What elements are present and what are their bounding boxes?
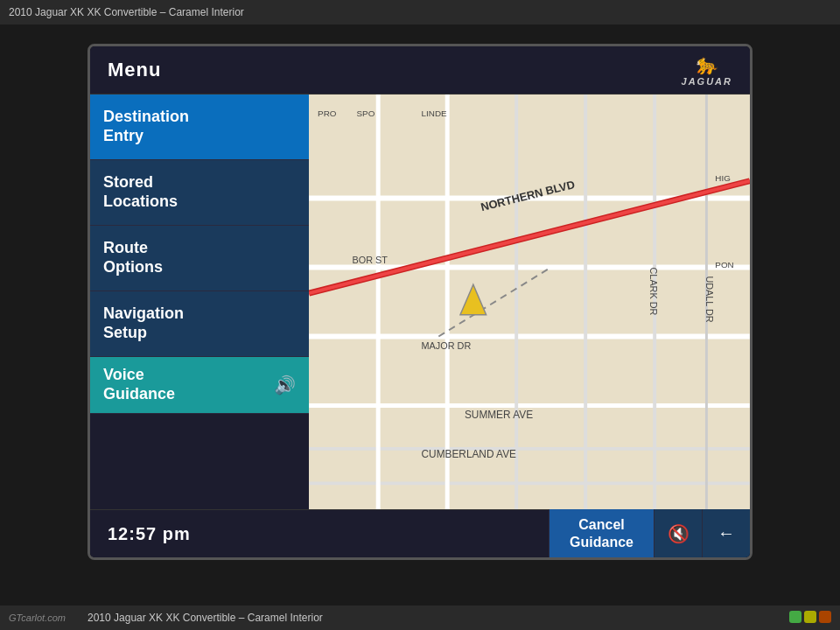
svg-text:UDALL DR: UDALL DR [704,276,715,322]
svg-text:SUMMER AVE: SUMMER AVE [465,409,533,421]
screen-footer: 12:57 pm Cancel Guidance 🔇 ← [90,509,750,557]
svg-text:LINDE: LINDE [422,108,447,118]
back-button[interactable]: ← [702,509,750,557]
jaguar-brand: JAGUAR [682,76,732,87]
dot-yellow [804,611,816,623]
page-bottom-bar: GTcarlot.com 2010 Jaguar XK XK Convertib… [0,606,840,630]
time-display: 12:57 pm [108,524,191,544]
corner-dots [789,611,831,623]
svg-text:CLARK DR: CLARK DR [648,268,659,316]
route-options-label: RouteOptions [103,239,296,276]
svg-text:MAJOR DR: MAJOR DR [422,340,472,351]
bottom-title: 2010 Jaguar XK XK Convertible – Caramel … [88,612,323,624]
map-area: NORTHERN BLVD CLARK DR UDALL DR ALLEN DR… [309,94,750,509]
svg-text:PON: PON [715,260,733,270]
nav-screen: Menu 🐆 JAGUAR DestinationEntry StoredLoc… [88,44,752,560]
menu-item-route-options[interactable]: RouteOptions [90,226,309,291]
navigation-setup-label: NavigationSetup [103,304,296,342]
mute-button[interactable]: 🔇 [654,509,702,557]
svg-text:HIG: HIG [715,173,731,183]
page-title-bar: 2010 Jaguar XK XK Convertible – Caramel … [0,0,840,24]
voice-guidance-label: VoiceGuidance [103,366,274,403]
menu-title: Menu [108,59,161,81]
svg-text:SPO: SPO [357,108,375,118]
destination-entry-label: DestinationEntry [103,108,296,145]
jaguar-logo: 🐆 JAGUAR [682,53,732,87]
svg-text:CUMBERLAND AVE: CUMBERLAND AVE [422,448,516,460]
cancel-guidance-button[interactable]: Cancel Guidance [549,509,654,557]
back-arrow-icon: ← [718,523,735,543]
dot-orange [819,611,831,623]
menu-item-stored-locations[interactable]: StoredLocations [90,160,309,226]
screen-header: Menu 🐆 JAGUAR [90,46,750,94]
svg-text:BOR ST: BOR ST [353,255,388,265]
mute-icon: 🔇 [668,523,690,544]
jaguar-icon: 🐆 [682,53,732,76]
gtcar-logo: GTcarlot.com [9,612,66,623]
menu-item-voice-guidance[interactable]: VoiceGuidance 🔊 [90,357,309,414]
map-svg: NORTHERN BLVD CLARK DR UDALL DR ALLEN DR… [309,94,750,509]
menu-item-navigation-setup[interactable]: NavigationSetup [90,291,309,357]
footer-buttons: Cancel Guidance 🔇 ← [549,509,750,557]
stored-locations-label: StoredLocations [103,173,296,211]
menu-panel: DestinationEntry StoredLocations RouteOp… [90,94,309,509]
svg-text:PRO: PRO [318,108,337,118]
menu-item-destination-entry[interactable]: DestinationEntry [90,94,309,160]
dot-green [789,611,802,623]
speaker-icon: 🔊 [274,374,296,396]
cancel-guidance-label: Cancel Guidance [563,516,640,550]
page-title: 2010 Jaguar XK XK Convertible – Caramel … [9,6,244,18]
